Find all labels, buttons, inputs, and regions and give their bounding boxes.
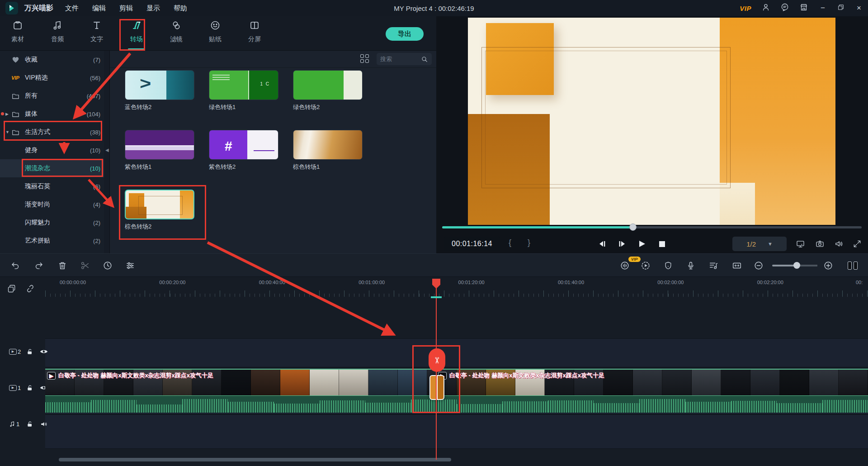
menu-item[interactable]: 显示 [146, 4, 160, 13]
minimize-button[interactable]: − [818, 4, 827, 13]
transition-thumbnail[interactable]: > [125, 70, 194, 100]
marker-icon[interactable] [662, 260, 675, 271]
restore-button[interactable] [837, 4, 844, 13]
track-layout-icon[interactable] [846, 260, 859, 271]
zoom-in-icon[interactable] [822, 260, 835, 271]
lock-icon[interactable] [26, 420, 34, 428]
lock-icon[interactable] [26, 384, 34, 392]
link-icon[interactable] [25, 283, 36, 294]
collapse-icon[interactable]: ▼ [5, 130, 10, 134]
search-box[interactable] [377, 53, 432, 65]
timeline-ruler[interactable]: 00:00:00:0000:00:20:0000:00:40:0000:01:0… [45, 279, 868, 299]
eye-icon[interactable] [40, 347, 48, 356]
tab-音频[interactable]: 音频 [44, 20, 71, 48]
speaker-icon[interactable] [832, 238, 845, 250]
video-track-2[interactable] [45, 338, 868, 367]
sidebar-item-生活方式[interactable]: ▼生活方式(38) [0, 123, 104, 141]
tab-转场[interactable]: 转场 [123, 20, 150, 48]
preview-quality-select[interactable]: 1/2▼ [732, 237, 787, 251]
speed-icon[interactable] [101, 260, 114, 271]
sidebar-item-健身[interactable]: 健身(10) [0, 141, 104, 159]
store-icon[interactable] [799, 3, 808, 14]
item-count: (2) [93, 238, 100, 244]
close-button[interactable]: × [854, 4, 863, 13]
sidebar-item-瑰丽石英[interactable]: 瑰丽石英(6) [0, 177, 104, 195]
delete-icon[interactable] [56, 260, 69, 271]
stop-button[interactable] [654, 237, 670, 251]
transition-card-棕色转场1[interactable]: 棕色转场1 [293, 130, 363, 171]
transition-card-绿色转场2[interactable]: 绿色转场2 [293, 70, 363, 111]
preview-stage[interactable] [468, 18, 835, 225]
render-preview-icon[interactable] [639, 260, 652, 271]
vip-badge[interactable]: VIP [740, 5, 751, 12]
sidebar-item-艺术拼贴[interactable]: 艺术拼贴(2) [0, 232, 104, 250]
undo-icon[interactable] [9, 260, 22, 271]
play-button[interactable] [634, 237, 650, 251]
preview-art-outline [481, 47, 731, 188]
sidebar-item-媒体[interactable]: ▶媒体(104) [0, 105, 104, 123]
preview-seekbar[interactable] [442, 226, 862, 228]
tab-素材[interactable]: 素材 [5, 20, 31, 48]
expand-icon[interactable]: ▶ [5, 112, 10, 116]
transition-thumbnail[interactable] [293, 130, 363, 160]
sidebar-item-闪耀魅力[interactable]: 闪耀魅力(2) [0, 214, 104, 232]
lock-icon[interactable] [26, 347, 34, 356]
applied-transition-chip[interactable] [429, 375, 444, 400]
tab-滤镜[interactable]: 滤镜 [163, 20, 189, 48]
next-frame-button[interactable] [614, 237, 630, 251]
snapshot-icon[interactable] [813, 238, 826, 250]
transition-thumbnail[interactable] [125, 130, 194, 160]
sidebar-item-收藏[interactable]: 收藏(7) [0, 51, 104, 69]
cut-here-icon[interactable]: ✂ [429, 348, 445, 372]
tab-贴纸[interactable]: 贴纸 [202, 20, 228, 48]
video-clip[interactable]: ▶白敬亭 - 处处吻 赫颜向x斯文败类x杂志混剪x踩点x攻气十足 ▶白敬亭 - … [45, 369, 868, 413]
tab-文字[interactable]: 文字 [84, 20, 110, 48]
transition-card-棕色转场2[interactable]: 棕色转场2 [125, 190, 194, 231]
split-scissors-icon[interactable] [79, 260, 91, 271]
sidebar-item-VIP精选[interactable]: VIPVIP精选(56) [0, 69, 104, 87]
menu-item[interactable]: 剪辑 [119, 4, 133, 13]
previous-frame-button[interactable] [594, 237, 610, 251]
preview-timecode[interactable]: 00:01:16:14 [444, 237, 500, 251]
audio-track-1[interactable] [45, 414, 868, 449]
grid-view-icon[interactable] [360, 54, 369, 63]
mark-in-icon[interactable]: { [509, 238, 511, 247]
fit-timeline-icon[interactable] [731, 260, 743, 271]
item-count: (104) [87, 111, 100, 118]
menu-item[interactable]: 帮助 [174, 4, 187, 13]
user-icon[interactable] [761, 3, 770, 14]
adjust-icon[interactable] [124, 260, 137, 271]
transition-card-蓝色转场2[interactable]: >蓝色转场2 [125, 70, 194, 111]
collapse-sidebar-icon[interactable]: ◀ [105, 147, 109, 152]
timeline-scrollbar[interactable] [59, 458, 451, 461]
mark-out-icon[interactable]: } [528, 238, 530, 247]
transition-thumbnail[interactable]: 1 C [209, 70, 278, 100]
transition-thumbnail[interactable]: # [209, 130, 278, 160]
redo-icon[interactable] [33, 260, 45, 271]
zoom-out-icon[interactable] [752, 260, 765, 271]
sidebar-item-潮流杂志[interactable]: 潮流杂志(10) [0, 159, 104, 177]
preview-panel: 00:01:16:14 { } 1/2▼ [436, 16, 868, 253]
speaker-icon[interactable] [40, 420, 48, 428]
sidebar-item-渐变时尚[interactable]: 渐变时尚(4) [0, 195, 104, 214]
fullscreen-icon[interactable] [850, 238, 864, 250]
transition-card-绿色转场1[interactable]: 1 C绿色转场1 [209, 70, 278, 111]
menu-item[interactable]: 文件 [65, 4, 79, 13]
duplicate-icon[interactable] [6, 283, 17, 294]
search-input[interactable] [380, 56, 421, 62]
menu-item[interactable]: 编辑 [92, 4, 106, 13]
transition-card-紫色转场1[interactable]: 紫色转场1 [125, 130, 194, 171]
sidebar-item-所有[interactable]: 所有(407) [0, 87, 104, 105]
monitor-icon[interactable] [793, 238, 807, 250]
zoom-slider-handle[interactable] [793, 262, 800, 269]
text-icon [91, 20, 102, 33]
transition-thumbnail[interactable] [293, 70, 363, 100]
voiceover-icon[interactable] [684, 260, 697, 271]
transition-thumbnail[interactable] [125, 190, 194, 219]
seek-handle[interactable] [629, 223, 637, 231]
mixer-icon[interactable] [707, 260, 720, 271]
transition-card-紫色转场2[interactable]: #紫色转场2 [209, 130, 278, 171]
feedback-icon[interactable] [780, 3, 789, 14]
export-button[interactable]: 导出 [386, 27, 424, 41]
tab-分屏[interactable]: 分屏 [241, 20, 268, 48]
